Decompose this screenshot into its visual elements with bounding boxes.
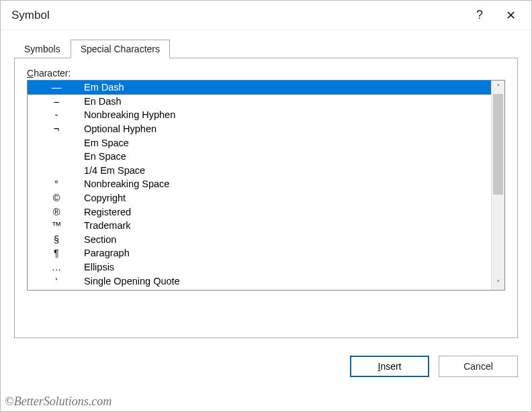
scroll-thumb[interactable] <box>493 94 503 195</box>
close-button[interactable]: ✕ <box>495 5 526 26</box>
list-item-name: Nonbreaking Hyphen <box>81 109 491 120</box>
list-item-symbol: — <box>32 82 81 93</box>
help-button[interactable]: ? <box>464 5 495 26</box>
list-item-symbol: ‘ <box>32 276 81 287</box>
titlebar: Symbol ? ✕ <box>1 1 531 30</box>
window-title: Symbol <box>11 9 464 22</box>
dialog-body: Symbols Special Characters Character: —E… <box>1 30 531 344</box>
list-item-symbol: © <box>32 193 81 203</box>
scrollbar[interactable]: ˄ ˅ <box>491 81 504 290</box>
list-item[interactable]: …Ellipsis <box>28 260 491 274</box>
list-item-symbol: – <box>32 96 81 107</box>
watermark: ©BetterSolutions.com <box>5 395 112 409</box>
insert-button[interactable]: Insert <box>350 356 429 377</box>
list-item-name: Single Opening Quote <box>81 276 491 287</box>
scroll-track[interactable] <box>492 94 504 276</box>
list-item[interactable]: §Section <box>28 233 491 247</box>
list-item-symbol: § <box>32 234 81 245</box>
list-item-name: Em Dash <box>81 82 491 93</box>
list-item-name: Copyright <box>81 193 491 203</box>
list-item-name: Trademark <box>81 220 491 231</box>
list-item-name: Registered <box>81 207 491 217</box>
list-item-name: En Space <box>81 151 491 162</box>
list-item-symbol: ° <box>32 178 81 189</box>
list-item[interactable]: ¬Optional Hyphen <box>28 122 491 136</box>
list-item-symbol: ® <box>32 207 81 217</box>
list-item-symbol: ¶ <box>32 248 81 258</box>
list-item[interactable]: —Em Dash <box>28 81 491 95</box>
character-listbox[interactable]: —Em Dash–En Dash-Nonbreaking Hyphen¬Opti… <box>27 80 505 291</box>
list-item-name: Paragraph <box>81 248 491 258</box>
list-item[interactable]: ‘Single Opening Quote <box>28 274 491 288</box>
character-list[interactable]: —Em Dash–En Dash-Nonbreaking Hyphen¬Opti… <box>28 81 491 290</box>
list-item-name: 1/4 Em Space <box>81 165 491 176</box>
button-bar: Insert Cancel <box>1 344 531 381</box>
list-item[interactable]: En Space <box>28 150 491 164</box>
list-item-symbol: ¬ <box>32 123 81 134</box>
list-item-name: Ellipsis <box>81 262 491 272</box>
list-item[interactable]: ®Registered <box>28 205 491 219</box>
tab-strip: Symbols Special Characters <box>14 38 518 58</box>
list-item[interactable]: °Nonbreaking Space <box>28 177 491 191</box>
list-item[interactable]: Em Space <box>28 136 491 150</box>
list-item[interactable]: -Nonbreaking Hyphen <box>28 108 491 122</box>
list-item-name: Nonbreaking Space <box>81 178 491 189</box>
list-item-name: Em Space <box>81 138 491 148</box>
list-item-name: En Dash <box>81 96 491 107</box>
scroll-up-icon[interactable]: ˄ <box>492 81 504 94</box>
list-item[interactable]: –En Dash <box>28 95 491 109</box>
list-item-symbol: ™ <box>32 220 81 231</box>
list-item-symbol: … <box>32 262 81 272</box>
list-item[interactable]: ©Copyright <box>28 191 491 205</box>
list-item[interactable]: ™Trademark <box>28 219 491 233</box>
cancel-button[interactable]: Cancel <box>439 356 518 377</box>
character-label: Character: <box>27 68 71 79</box>
list-item[interactable]: 1/4 Em Space <box>28 164 491 178</box>
tab-special-characters[interactable]: Special Characters <box>71 40 170 58</box>
list-item-symbol: - <box>32 109 81 120</box>
tab-symbols[interactable]: Symbols <box>14 40 71 58</box>
list-item-name: Section <box>81 234 491 245</box>
list-item[interactable]: ¶Paragraph <box>28 246 491 260</box>
scroll-down-icon[interactable]: ˅ <box>492 276 504 290</box>
tab-content: Character: —Em Dash–En Dash-Nonbreaking … <box>14 58 518 338</box>
list-item-name: Optional Hyphen <box>81 123 491 134</box>
